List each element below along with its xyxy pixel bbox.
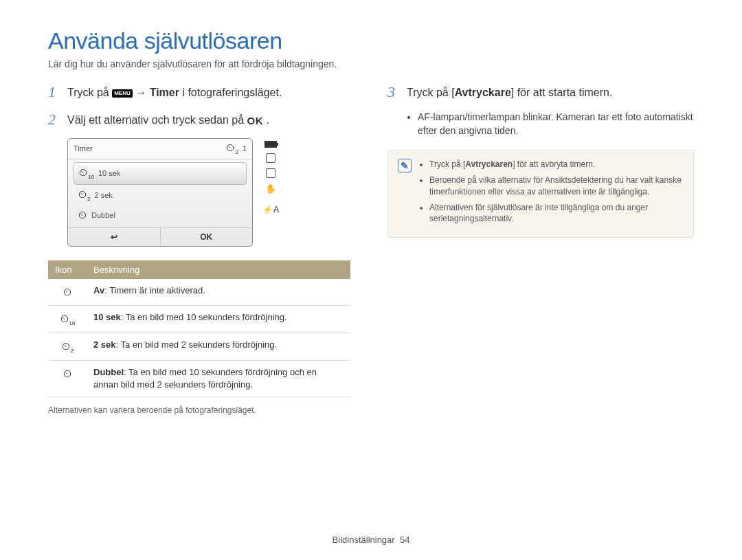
item-label: Dubbel	[91, 211, 115, 219]
note-item: Alternativen för självutlösare är inte t…	[429, 202, 684, 225]
camera-screen-illustration: Timer ⏲2 1 ⏲10 10 sek ⏲2 2 sek	[67, 138, 355, 247]
step-number: 3	[387, 83, 400, 101]
row-bold: Av	[93, 285, 104, 295]
timer-icon: ⏲	[78, 210, 87, 221]
row-bold: 2 sek	[93, 339, 116, 350]
left-column: 1 Tryck på MENU → Timer i fotograferings…	[48, 83, 355, 415]
flash-auto-icon: ⚡A	[262, 205, 279, 214]
step-2: 2 Välj ett alternativ och tryck sedan på…	[48, 111, 355, 128]
page-footer: Bildinställningar 54	[0, 535, 742, 545]
step1-arrow: →	[133, 87, 150, 98]
icon-description-table: Ikon Beskrivning ⏲ Av: Timern är inte ak…	[48, 260, 350, 397]
item-label: 10 sek	[98, 169, 120, 177]
note-icon: ✎	[398, 159, 412, 172]
page-subtitle: Lär dig hur du använder självutlösaren f…	[48, 58, 694, 69]
timer-icon: ⏲10	[78, 167, 94, 180]
th-desc: Beskrivning	[87, 260, 350, 279]
screen-footer: ↩ OK	[68, 227, 252, 246]
row-bold: Dubbel	[93, 367, 124, 377]
note-item: Beroende på vilka alternativ för Ansikts…	[429, 175, 684, 198]
screen-item-10sek[interactable]: ⏲10 10 sek	[74, 162, 247, 185]
screen-item-2sek[interactable]: ⏲2 2 sek	[74, 185, 247, 206]
step-number: 1	[48, 83, 60, 101]
n1-pre: Tryck på [	[429, 159, 465, 169]
step1-pre: Tryck på	[67, 87, 112, 98]
footer-section: Bildinställningar	[333, 535, 395, 545]
timer-double-icon: ⏲	[63, 368, 72, 379]
row-desc: : Timern är inte aktiverad.	[104, 285, 205, 295]
step-3: 3 Tryck på [Avtryckare] för att starta t…	[387, 83, 694, 101]
row-desc: : Ta en bild med 2 sekunders fördröjning…	[116, 339, 278, 350]
shot-count: 1	[243, 144, 247, 153]
screen-header: Timer ⏲2 1	[68, 139, 252, 159]
step-text: Tryck på MENU → Timer i fotograferingslä…	[67, 83, 282, 100]
ok-icon: OK	[247, 115, 263, 126]
right-column: 3 Tryck på [Avtryckare] för att starta t…	[387, 83, 694, 415]
n1-bold: Avtryckaren	[465, 159, 513, 169]
step-number: 2	[48, 111, 60, 128]
th-icon: Ikon	[48, 260, 87, 279]
step1-bold: Timer	[150, 87, 179, 98]
table-row: ⏲ Dubbel: Ta en bild med 10 sekunders fö…	[48, 360, 350, 396]
mode-icon-1	[266, 153, 276, 163]
battery-icon	[265, 141, 277, 148]
menu-icon: MENU	[112, 89, 133, 98]
period: .	[263, 114, 269, 126]
step2-text: Välj ett alternativ och tryck sedan på	[67, 114, 247, 126]
timer-icon: ⏲2	[225, 142, 238, 155]
timer-2-icon: ⏲2	[61, 341, 74, 352]
mode-icon-2	[266, 168, 276, 178]
step-text: Tryck på [Avtryckare] för att starta tim…	[407, 83, 612, 100]
hand-icon: ✋	[265, 183, 276, 194]
note-item: Tryck på [Avtryckaren] för att avbryta t…	[429, 159, 684, 170]
step1-post: i fotograferingsläget.	[179, 87, 282, 98]
step3-bullets: AF-lampan/timerlampan blinkar. Kameran t…	[407, 111, 694, 137]
row-bold: 10 sek	[93, 312, 121, 322]
ok-button[interactable]: OK	[161, 228, 253, 246]
screen-side-icons: ✋ ⚡A	[258, 138, 283, 214]
timer-10-icon: ⏲10	[60, 313, 76, 324]
timer-icon: ⏲2	[78, 189, 90, 202]
row-desc: : Ta en bild med 10 sekunders fördröjnin…	[121, 312, 287, 322]
note-box: ✎ Tryck på [Avtryckaren] för att avbryta…	[387, 150, 694, 238]
table-row: ⏲2 2 sek: Ta en bild med 2 sekunders för…	[48, 333, 350, 360]
step3-bold: Avtryckare	[455, 87, 511, 98]
step3-post: ] för att starta timern.	[511, 87, 613, 98]
n1-post: ] för att avbryta timern.	[513, 159, 595, 169]
step3-pre: Tryck på [	[407, 87, 455, 98]
row-desc: : Ta en bild med 10 sekunders fördröjnin…	[93, 367, 317, 390]
footer-page: 54	[400, 535, 409, 545]
camera-screen: Timer ⏲2 1 ⏲10 10 sek ⏲2 2 sek	[67, 138, 253, 247]
screen-item-dubbel[interactable]: ⏲ Dubbel	[74, 205, 247, 225]
back-button[interactable]: ↩	[68, 228, 161, 246]
footnote: Alternativen kan variera beroende på fot…	[48, 405, 355, 415]
table-row: ⏲10 10 sek: Ta en bild med 10 sekunders …	[48, 305, 350, 333]
list-item: AF-lampan/timerlampan blinkar. Kameran t…	[418, 111, 694, 137]
table-row: ⏲ Av: Timern är inte aktiverad.	[48, 279, 350, 305]
page-title: Använda självutlösaren	[48, 27, 694, 54]
timer-off-icon: ⏲	[63, 287, 72, 298]
screen-list: ⏲10 10 sek ⏲2 2 sek ⏲ Dubbel	[68, 159, 252, 228]
step-text: Välj ett alternativ och tryck sedan på O…	[67, 111, 269, 128]
item-label: 2 sek	[94, 191, 112, 199]
step-1: 1 Tryck på MENU → Timer i fotograferings…	[48, 83, 355, 101]
screen-title: Timer	[74, 144, 93, 153]
